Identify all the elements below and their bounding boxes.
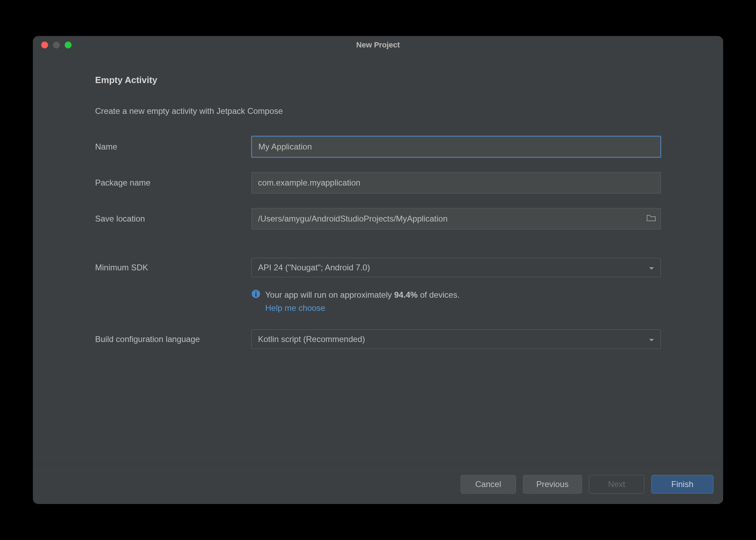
sdk-value: API 24 ("Nougat"; Android 7.0) (258, 263, 370, 272)
finish-button[interactable]: Finish (651, 475, 713, 494)
info-suffix: of devices. (418, 290, 460, 299)
svg-rect-2 (255, 293, 257, 297)
buildlang-label: Build configuration language (95, 334, 251, 344)
traffic-lights (41, 42, 72, 48)
name-row: Name (95, 136, 661, 158)
package-label: Package name (95, 178, 251, 188)
help-me-choose-link[interactable]: Help me choose (265, 303, 325, 313)
buildlang-row: Build configuration language Kotlin scri… (95, 330, 661, 349)
maximize-window-button[interactable] (65, 42, 72, 48)
buildlang-value: Kotlin script (Recommended) (258, 334, 365, 344)
footer: Cancel Previous Next Finish (33, 464, 723, 504)
page-title: Empty Activity (95, 75, 661, 86)
location-label: Save location (95, 214, 251, 224)
window-title: New Project (356, 40, 400, 50)
sdk-row: Minimum SDK API 24 ("Nougat"; Android 7.… (95, 258, 661, 277)
info-prefix: Your app will run on approximately (265, 290, 394, 299)
info-icon (251, 289, 260, 315)
sdk-info-text: Your app will run on approximately 94.4%… (265, 288, 460, 315)
info-percent: 94.4% (394, 290, 418, 299)
package-row: Package name (95, 172, 661, 194)
sdk-label: Minimum SDK (95, 263, 251, 272)
page-subtitle: Create a new empty activity with Jetpack… (95, 106, 661, 116)
buildlang-dropdown[interactable]: Kotlin script (Recommended) (251, 330, 661, 349)
content-area: Empty Activity Create a new empty activi… (33, 54, 723, 464)
package-input[interactable] (251, 172, 661, 194)
sdk-info: Your app will run on approximately 94.4%… (251, 288, 661, 315)
name-input[interactable] (251, 136, 661, 158)
location-row: Save location (95, 208, 661, 230)
previous-button[interactable]: Previous (523, 475, 582, 494)
name-label: Name (95, 142, 251, 152)
minimize-window-button[interactable] (53, 42, 60, 48)
sdk-dropdown[interactable]: API 24 ("Nougat"; Android 7.0) (251, 258, 661, 277)
chevron-down-icon (649, 263, 654, 272)
chevron-down-icon (649, 334, 654, 344)
cancel-button[interactable]: Cancel (461, 475, 516, 494)
new-project-window: New Project Empty Activity Create a new … (33, 36, 723, 504)
titlebar: New Project (33, 36, 723, 54)
close-window-button[interactable] (41, 42, 48, 48)
location-input[interactable] (251, 208, 661, 230)
folder-browse-icon[interactable] (646, 214, 656, 224)
next-button: Next (589, 475, 644, 494)
svg-point-1 (255, 291, 257, 292)
